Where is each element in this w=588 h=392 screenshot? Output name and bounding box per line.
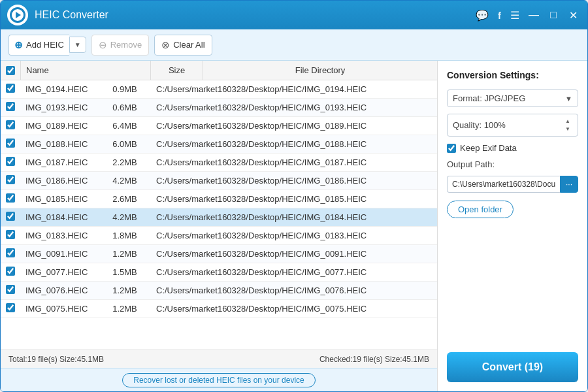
logo-arrow xyxy=(16,12,21,18)
select-all-checkbox[interactable] xyxy=(6,66,15,75)
header-checkbox-cell xyxy=(1,61,21,80)
status-right: Checked:19 file(s) Size:45.1MB xyxy=(319,355,429,364)
row-name: IMG_0184.HEIC xyxy=(20,208,99,227)
quality-decrease-button[interactable]: ▼ xyxy=(563,125,572,133)
row-size: 6.4MB xyxy=(99,117,151,135)
format-label: Format: JPG/JPEG xyxy=(453,93,525,103)
bottom-bar: Recover lost or deleted HEIC files on yo… xyxy=(1,368,437,391)
row-name: IMG_0091.HEIC xyxy=(20,245,99,263)
recover-link[interactable]: Recover lost or deleted HEIC files on yo… xyxy=(122,373,315,387)
app-logo xyxy=(7,5,28,25)
header-directory: File Directory xyxy=(203,61,437,80)
row-checkbox-cell[interactable] xyxy=(1,135,20,154)
table-wrapper: Name Size File Directory xyxy=(1,61,437,350)
facebook-icon[interactable]: f xyxy=(498,10,501,21)
row-size: 0.9MB xyxy=(99,80,151,99)
right-panel: Conversion Settings: Format: JPG/JPEG ▼ … xyxy=(437,61,587,391)
row-size: 0.6MB xyxy=(99,99,151,117)
row-name: IMG_0186.HEIC xyxy=(20,172,99,190)
row-checkbox-cell[interactable] xyxy=(1,300,20,318)
row-checkbox-cell[interactable] xyxy=(1,245,20,263)
row-size: 1.2MB xyxy=(99,300,151,318)
output-path-row: C:\Users\market160328\Docu ··· xyxy=(447,176,578,193)
minimize-button[interactable]: — xyxy=(526,7,542,23)
open-folder-button[interactable]: Open folder xyxy=(447,201,514,218)
add-heic-button[interactable]: ⊕ Add HEIC xyxy=(8,35,69,56)
row-path: C:/Users/market160328/Desktop/HEIC/IMG_0… xyxy=(151,80,437,99)
quality-increase-button[interactable]: ▲ xyxy=(563,118,572,125)
row-name: IMG_0187.HEIC xyxy=(20,154,99,172)
row-checkbox[interactable] xyxy=(6,102,15,111)
row-name: IMG_0193.HEIC xyxy=(20,99,99,117)
row-checkbox[interactable] xyxy=(6,248,15,257)
row-checkbox-cell[interactable] xyxy=(1,227,20,245)
table-row: IMG_0189.HEIC 6.4MB C:/Users/market16032… xyxy=(1,117,437,135)
remove-icon: ⊖ xyxy=(99,39,107,51)
output-label: Output Path: xyxy=(447,159,578,169)
convert-button[interactable]: Convert (19) xyxy=(447,352,578,382)
panel-title: Conversion Settings: xyxy=(447,70,578,80)
row-name: IMG_0189.HEIC xyxy=(20,117,99,135)
close-button[interactable]: ✕ xyxy=(565,7,581,23)
row-size: 2.6MB xyxy=(99,190,151,208)
logo-ring xyxy=(10,7,25,23)
row-size: 4.2MB xyxy=(99,208,151,227)
clear-all-label: Clear All xyxy=(173,40,204,50)
row-path: C:/Users/market160328/Desktop/HEIC/IMG_0… xyxy=(151,245,437,263)
row-path: C:/Users/market160328/Desktop/HEIC/IMG_0… xyxy=(151,135,437,154)
row-path: C:/Users/market160328/Desktop/HEIC/IMG_0… xyxy=(151,208,437,227)
format-row[interactable]: Format: JPG/JPEG ▼ xyxy=(447,90,578,107)
row-size: 1.8MB xyxy=(99,227,151,245)
remove-button[interactable]: ⊖ Remove xyxy=(91,35,149,56)
table-row: IMG_0075.HEIC 1.2MB C:/Users/market16032… xyxy=(1,300,437,318)
row-checkbox-cell[interactable] xyxy=(1,172,20,190)
table-body: IMG_0194.HEIC 0.9MB C:/Users/market16032… xyxy=(1,80,437,318)
row-checkbox[interactable] xyxy=(6,84,15,93)
row-checkbox[interactable] xyxy=(6,267,15,276)
row-checkbox-cell[interactable] xyxy=(1,99,20,117)
table-scroll-area[interactable]: IMG_0194.HEIC 0.9MB C:/Users/market16032… xyxy=(1,80,437,348)
row-checkbox[interactable] xyxy=(6,139,15,148)
menu-icon[interactable]: ☰ xyxy=(510,9,519,22)
row-checkbox[interactable] xyxy=(6,230,15,239)
title-bar-icons: 💬 f ☰ xyxy=(476,9,519,22)
main-window: HEIC Converter 💬 f ☰ — □ ✕ ⊕ Add HEIC ▼ … xyxy=(0,0,588,392)
row-checkbox[interactable] xyxy=(6,303,15,312)
row-checkbox-cell[interactable] xyxy=(1,80,20,99)
chat-icon[interactable]: 💬 xyxy=(476,9,489,22)
row-checkbox-cell[interactable] xyxy=(1,154,20,172)
row-size: 2.2MB xyxy=(99,154,151,172)
row-checkbox-cell[interactable] xyxy=(1,282,20,300)
format-dropdown-arrow[interactable]: ▼ xyxy=(565,95,572,103)
header-size: Size xyxy=(151,61,203,80)
maximize-button[interactable]: □ xyxy=(546,7,561,23)
row-checkbox[interactable] xyxy=(6,120,15,129)
title-bar: HEIC Converter 💬 f ☰ — □ ✕ xyxy=(1,1,587,29)
row-checkbox-cell[interactable] xyxy=(1,208,20,227)
row-path: C:/Users/market160328/Desktop/HEIC/IMG_0… xyxy=(151,172,437,190)
row-checkbox[interactable] xyxy=(6,193,15,203)
row-path: C:/Users/market160328/Desktop/HEIC/IMG_0… xyxy=(151,117,437,135)
row-path: C:/Users/market160328/Desktop/HEIC/IMG_0… xyxy=(151,154,437,172)
table-row: IMG_0193.HEIC 0.6MB C:/Users/market16032… xyxy=(1,99,437,117)
main-content: Name Size File Directory xyxy=(1,61,587,391)
add-heic-dropdown-arrow[interactable]: ▼ xyxy=(69,37,86,53)
add-icon: ⊕ xyxy=(14,39,23,51)
keep-exif-checkbox[interactable] xyxy=(447,144,456,153)
row-checkbox-cell[interactable] xyxy=(1,117,20,135)
row-checkbox[interactable] xyxy=(6,157,15,166)
keep-exif-label: Keep Exif Data xyxy=(460,143,517,153)
table-row: IMG_0194.HEIC 0.9MB C:/Users/market16032… xyxy=(1,80,437,99)
row-checkbox[interactable] xyxy=(6,285,15,294)
clear-all-button[interactable]: ⊗ Clear All xyxy=(154,35,212,56)
row-checkbox-cell[interactable] xyxy=(1,263,20,282)
row-checkbox-cell[interactable] xyxy=(1,190,20,208)
table-row: IMG_0091.HEIC 1.2MB C:/Users/market16032… xyxy=(1,245,437,263)
browse-path-button[interactable]: ··· xyxy=(560,176,578,193)
file-table: Name Size File Directory xyxy=(1,61,437,80)
row-checkbox[interactable] xyxy=(6,175,15,184)
row-path: C:/Users/market160328/Desktop/HEIC/IMG_0… xyxy=(151,227,437,245)
file-table-body: IMG_0194.HEIC 0.9MB C:/Users/market16032… xyxy=(1,80,437,318)
row-checkbox[interactable] xyxy=(6,212,15,221)
toolbar: ⊕ Add HEIC ▼ ⊖ Remove ⊗ Clear All xyxy=(1,29,587,61)
